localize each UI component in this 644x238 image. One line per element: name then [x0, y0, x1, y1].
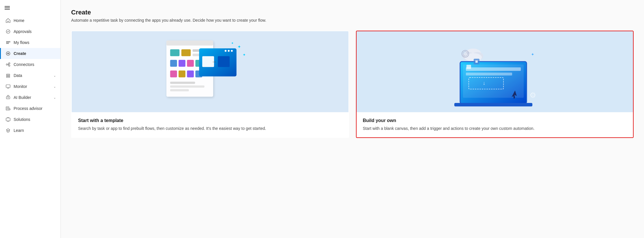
svg-point-10	[8, 97, 9, 98]
learn-icon	[5, 128, 11, 133]
ai-builder-icon	[5, 95, 11, 100]
sidebar-item-label-approvals: Approvals	[14, 29, 32, 34]
page-title: Create	[71, 9, 634, 16]
sidebar-item-connectors[interactable]: Connectors	[0, 59, 60, 70]
svg-rect-6	[6, 75, 10, 76]
svg-rect-59	[475, 60, 478, 63]
svg-rect-25	[178, 71, 185, 78]
svg-point-2	[6, 64, 8, 65]
template-card[interactable]: → ✦ ✦ ✦ Start with a template Search by …	[71, 31, 349, 138]
sidebar-item-my-flows[interactable]: My flows	[0, 37, 60, 48]
svg-rect-54	[454, 103, 532, 106]
sidebar-item-label-ai-builder: AI Builder	[14, 95, 31, 100]
sidebar-item-learn[interactable]: Learn	[0, 125, 60, 136]
svg-rect-24	[170, 71, 177, 78]
svg-text:↓: ↓	[483, 80, 485, 86]
approvals-icon	[5, 29, 11, 34]
svg-rect-13	[6, 118, 10, 121]
svg-rect-22	[187, 60, 194, 67]
process-advisor-icon	[5, 106, 11, 111]
page-subtitle: Automate a repetitive task by connecting…	[71, 18, 634, 23]
data-chevron-icon: ⌄	[53, 74, 56, 77]
solutions-icon	[5, 117, 11, 122]
svg-rect-17	[181, 49, 191, 56]
svg-rect-28	[170, 82, 195, 84]
svg-text:→: →	[212, 59, 217, 64]
svg-rect-29	[170, 85, 204, 88]
svg-text:✦: ✦	[231, 41, 234, 45]
monitor-icon	[5, 84, 11, 89]
sidebar-item-monitor[interactable]: Monitor ⌄	[0, 81, 60, 92]
sidebar-item-home[interactable]: Home	[0, 15, 60, 26]
svg-rect-20	[170, 60, 177, 67]
svg-rect-53	[466, 65, 471, 69]
template-card-description: Search by task or app to find prebuilt f…	[78, 126, 342, 132]
build-illustration-svg: ↓ ⚙ ✦	[443, 34, 547, 109]
create-plus-icon	[5, 51, 11, 56]
build-own-card-title: Build your own	[363, 118, 627, 123]
sidebar-item-ai-builder[interactable]: AI Builder ⌄	[0, 92, 60, 103]
sidebar-item-label-data: Data	[14, 73, 22, 78]
svg-text:✦: ✦	[237, 44, 241, 49]
svg-point-32	[225, 50, 226, 52]
template-card-title: Start with a template	[78, 118, 342, 123]
svg-rect-30	[170, 89, 189, 91]
svg-point-33	[228, 50, 230, 52]
svg-point-34	[231, 50, 232, 52]
sidebar-item-label-monitor: Monitor	[14, 84, 27, 89]
svg-text:✦: ✦	[531, 52, 534, 57]
sidebar-item-label-process-advisor: Process advisor	[14, 106, 43, 111]
ai-builder-chevron-icon: ⌄	[53, 96, 56, 99]
sidebar-item-create[interactable]: Create	[0, 48, 60, 59]
create-cards-row: → ✦ ✦ ✦ Start with a template Search by …	[71, 31, 634, 138]
sidebar-item-approvals[interactable]: Approvals	[0, 26, 60, 37]
sidebar-item-label-home: Home	[14, 18, 24, 23]
template-card-image: → ✦ ✦ ✦	[72, 31, 348, 112]
data-icon	[5, 73, 11, 78]
svg-rect-50	[466, 73, 512, 75]
sidebar-item-process-advisor[interactable]: Process advisor	[0, 103, 60, 114]
home-icon	[5, 18, 11, 23]
template-illustration-svg: → ✦ ✦ ✦	[72, 31, 348, 112]
build-own-card-description: Start with a blank canvas, then add a tr…	[363, 126, 627, 132]
main-content: Create Automate a repetitive task by con…	[61, 0, 644, 238]
connectors-icon	[5, 62, 11, 67]
sidebar-item-label-create: Create	[14, 51, 26, 56]
template-card-content: Start with a template Search by task or …	[72, 112, 348, 137]
sidebar-item-label-learn: Learn	[14, 128, 24, 133]
build-own-card-content: Build your own Start with a blank canvas…	[357, 112, 633, 137]
svg-rect-26	[187, 71, 194, 78]
svg-text:✦: ✦	[243, 53, 246, 57]
build-own-card-image: ↓ ⚙ ✦	[357, 31, 633, 112]
sidebar: Home Approvals My flows Create Connector…	[0, 0, 61, 238]
flows-icon	[5, 40, 11, 45]
svg-text:⚙: ⚙	[529, 91, 536, 99]
svg-rect-5	[6, 74, 10, 75]
svg-rect-49	[466, 67, 521, 71]
sidebar-item-label-solutions: Solutions	[14, 117, 30, 122]
svg-rect-15	[166, 40, 213, 45]
svg-rect-7	[6, 77, 10, 78]
svg-rect-8	[6, 85, 10, 88]
monitor-chevron-icon: ⌄	[53, 85, 56, 88]
svg-rect-16	[170, 49, 179, 56]
svg-rect-37	[218, 56, 230, 67]
sidebar-item-data[interactable]: Data ⌄	[0, 70, 60, 81]
hamburger-menu-button[interactable]	[0, 2, 60, 15]
sidebar-item-solutions[interactable]: Solutions	[0, 114, 60, 125]
svg-rect-21	[178, 60, 185, 67]
build-own-card[interactable]: ↓ ⚙ ✦ Build your own	[356, 31, 634, 138]
sidebar-item-label-connectors: Connectors	[14, 62, 34, 67]
svg-point-0	[6, 30, 10, 34]
sidebar-item-label-my-flows: My flows	[14, 40, 29, 45]
